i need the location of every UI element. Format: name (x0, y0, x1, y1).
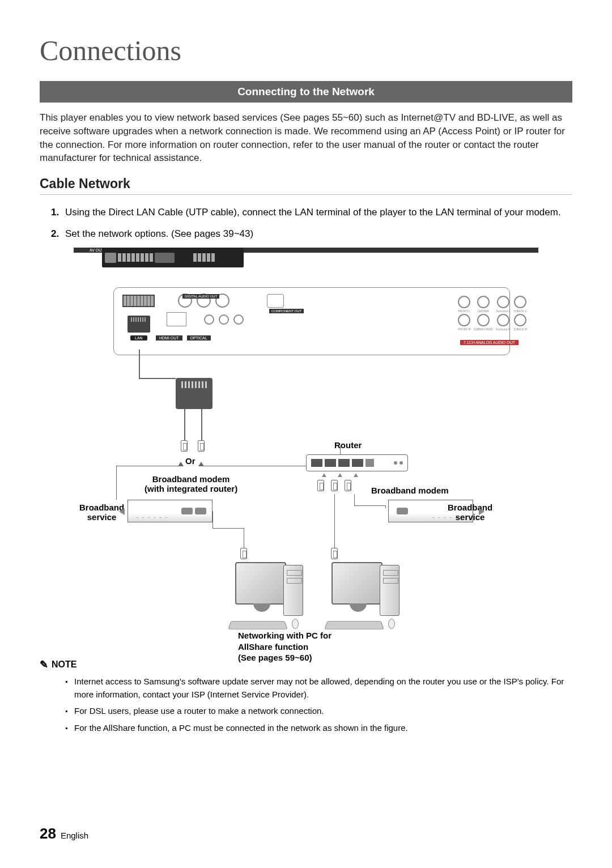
plug-icon (331, 480, 338, 491)
section-header: Connecting to the Network (40, 81, 572, 103)
page-footer: 28 English (40, 825, 88, 843)
note-section: ✎ NOTE Internet access to Samsung's soft… (40, 658, 572, 734)
note-item-3: For the AllShare function, a PC must be … (65, 722, 572, 735)
page-language: English (61, 831, 88, 840)
broadband-service-left: Broadband service (79, 503, 124, 522)
note-icon: ✎ (40, 658, 48, 671)
component-out-label: COMPONENT OUT (269, 309, 304, 313)
plug-icon (317, 480, 324, 491)
port-labels: HDMI OUT OPTICAL (156, 335, 211, 341)
or-label: Or (185, 456, 196, 466)
digital-audio-label: DIGITAL AUDIO OUT (182, 294, 219, 299)
intro-text: This player enables you to view network … (40, 111, 572, 165)
step-2: 2.Set the network options. (See pages 39… (51, 227, 572, 241)
analog-audio-ports: FRONT LFRONT R CENTERSUBWOOFER Surround … (458, 296, 527, 331)
pc-left (215, 562, 312, 630)
pc-caption: Networking with PC for AllShare function… (238, 630, 332, 663)
plug-icon (331, 548, 338, 559)
note-list: Internet access to Samsung's software up… (65, 675, 572, 734)
note-item-2: For DSL users, please use a router to ma… (65, 705, 572, 718)
broadband-modem-integrated-label: Broadband modem (with integrated router) (144, 474, 237, 493)
plug-icon (240, 548, 247, 559)
step-1-text: Using the Direct LAN Cable (UTP cable), … (65, 207, 561, 218)
lan-label: LAN (130, 335, 147, 341)
plug-icon (198, 440, 205, 452)
page-number: 28 (40, 825, 56, 843)
analog-audio-label: 7.1CH ANALOG AUDIO OUT (460, 340, 518, 345)
lan-plug-zoom (176, 378, 212, 409)
broadband-modem-label: Broadband modem (371, 486, 449, 495)
plug-icon (181, 440, 188, 452)
broadband-service-right: Broadband service (448, 503, 492, 522)
router-label: Router (334, 440, 362, 450)
steps-list: 1.Using the Direct LAN Cable (UTP cable)… (51, 205, 572, 241)
player-back-panel-zoom (113, 287, 510, 355)
note-label: NOTE (52, 659, 76, 670)
modem-left: - - - - - - (128, 500, 212, 522)
step-2-text: Set the network options. (See pages 39~4… (65, 228, 253, 239)
step-1: 1.Using the Direct LAN Cable (UTP cable)… (51, 205, 572, 220)
subsection-title: Cable Network (40, 176, 572, 195)
network-diagram: DIGITAL AUDIO OUT COMPONENT OUT FRONT LF… (74, 248, 538, 644)
page-title: Connections (40, 34, 572, 67)
lan-port (128, 316, 150, 333)
player-back-panel-small (102, 248, 244, 267)
note-item-1: Internet access to Samsung's software up… (65, 675, 572, 701)
plug-icon (345, 480, 351, 491)
router-device (306, 454, 408, 471)
pc-right (312, 562, 408, 630)
